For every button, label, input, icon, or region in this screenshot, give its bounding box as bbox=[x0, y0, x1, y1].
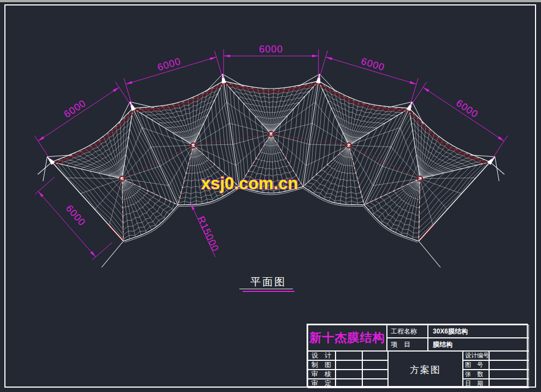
sign-label-approve: 审 定 bbox=[308, 379, 336, 388]
info-value-cell bbox=[489, 370, 529, 379]
dimension-label: 6000 bbox=[360, 56, 386, 73]
project-value: 膜结构 bbox=[428, 338, 529, 351]
sign-label-draft: 制 图 bbox=[308, 360, 336, 370]
sign-value-cell bbox=[362, 360, 388, 370]
info-value-cell bbox=[489, 379, 529, 388]
dimension-layer bbox=[34, 49, 508, 260]
sign-label-design: 设 计 bbox=[308, 351, 336, 360]
title-block: 新十杰膜结构 工程名称 30X6膜结构 项 目 膜结构 设 计 制 图 审 核 … bbox=[307, 324, 528, 387]
dimension-label: 6000 bbox=[259, 44, 283, 55]
info-value-cell bbox=[489, 351, 529, 360]
watermark-text: xsj0.com.cn bbox=[201, 174, 298, 193]
plan-label-underline-white bbox=[239, 289, 293, 289]
sign-value-cell bbox=[362, 370, 388, 379]
info-label-sheets: 张 数 bbox=[463, 370, 489, 379]
plan-view-label: 平面图 bbox=[250, 275, 286, 289]
info-label-drawing-no: 图 号 bbox=[463, 360, 489, 370]
sign-value-cell bbox=[336, 351, 362, 360]
cad-screenshot: { "colors": { "background": "#232832", "… bbox=[0, 0, 541, 392]
info-label-design-no: 设计编号 bbox=[463, 351, 489, 360]
info-label-date: 日 期 bbox=[463, 379, 489, 388]
sign-value-cell bbox=[362, 351, 388, 360]
sign-label-check: 审 核 bbox=[308, 370, 336, 379]
info-value-cell bbox=[489, 360, 529, 370]
dimension-label: 6000 bbox=[156, 56, 183, 73]
project-name-value: 30X6膜结构 bbox=[428, 325, 529, 338]
sign-value-cell bbox=[336, 360, 362, 370]
plan-label-underline-magenta bbox=[243, 291, 295, 292]
sign-value-cell bbox=[336, 379, 362, 388]
membrane-mesh-layer bbox=[52, 81, 490, 241]
sign-value-cell bbox=[336, 370, 362, 379]
company-name: 新十杰膜结构 bbox=[308, 325, 387, 351]
scheme-drawing-label: 方案图 bbox=[388, 351, 463, 388]
project-label: 项 目 bbox=[387, 338, 428, 351]
radius-label: R15000 bbox=[195, 214, 221, 253]
project-name-label: 工程名称 bbox=[387, 325, 428, 338]
sign-value-cell bbox=[362, 379, 388, 388]
